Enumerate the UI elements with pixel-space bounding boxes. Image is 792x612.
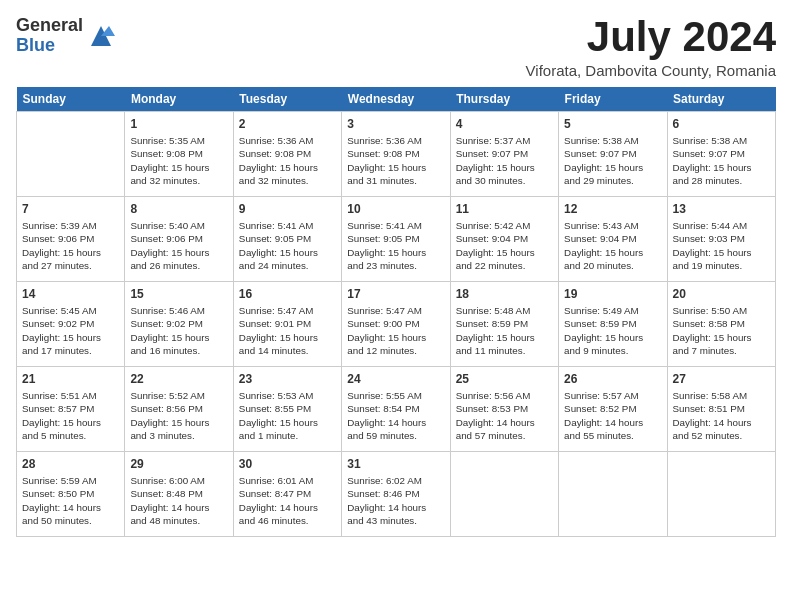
calendar-cell: 18Sunrise: 5:48 AM Sunset: 8:59 PM Dayli… xyxy=(450,282,558,367)
day-number: 22 xyxy=(130,371,227,387)
day-info: Sunrise: 5:38 AM Sunset: 9:07 PM Dayligh… xyxy=(673,134,770,187)
calendar-cell: 21Sunrise: 5:51 AM Sunset: 8:57 PM Dayli… xyxy=(17,367,125,452)
day-number: 19 xyxy=(564,286,661,302)
calendar-cell: 30Sunrise: 6:01 AM Sunset: 8:47 PM Dayli… xyxy=(233,452,341,537)
calendar-cell: 31Sunrise: 6:02 AM Sunset: 8:46 PM Dayli… xyxy=(342,452,450,537)
calendar-cell: 7Sunrise: 5:39 AM Sunset: 9:06 PM Daylig… xyxy=(17,197,125,282)
week-row-4: 21Sunrise: 5:51 AM Sunset: 8:57 PM Dayli… xyxy=(17,367,776,452)
title-block: July 2024 Viforata, Dambovita County, Ro… xyxy=(526,16,776,79)
day-number: 27 xyxy=(673,371,770,387)
day-number: 25 xyxy=(456,371,553,387)
day-number: 26 xyxy=(564,371,661,387)
day-info: Sunrise: 5:52 AM Sunset: 8:56 PM Dayligh… xyxy=(130,389,227,442)
calendar-cell: 29Sunrise: 6:00 AM Sunset: 8:48 PM Dayli… xyxy=(125,452,233,537)
day-info: Sunrise: 5:35 AM Sunset: 9:08 PM Dayligh… xyxy=(130,134,227,187)
day-number: 31 xyxy=(347,456,444,472)
day-number: 12 xyxy=(564,201,661,217)
calendar-cell: 22Sunrise: 5:52 AM Sunset: 8:56 PM Dayli… xyxy=(125,367,233,452)
day-number: 2 xyxy=(239,116,336,132)
calendar-cell: 10Sunrise: 5:41 AM Sunset: 9:05 PM Dayli… xyxy=(342,197,450,282)
calendar-table: SundayMondayTuesdayWednesdayThursdayFrid… xyxy=(16,87,776,537)
weekday-header-tuesday: Tuesday xyxy=(233,87,341,112)
day-info: Sunrise: 5:51 AM Sunset: 8:57 PM Dayligh… xyxy=(22,389,119,442)
calendar-cell: 1Sunrise: 5:35 AM Sunset: 9:08 PM Daylig… xyxy=(125,112,233,197)
weekday-header-row: SundayMondayTuesdayWednesdayThursdayFrid… xyxy=(17,87,776,112)
day-number: 1 xyxy=(130,116,227,132)
calendar-cell xyxy=(559,452,667,537)
calendar-cell: 23Sunrise: 5:53 AM Sunset: 8:55 PM Dayli… xyxy=(233,367,341,452)
day-number: 8 xyxy=(130,201,227,217)
day-info: Sunrise: 5:56 AM Sunset: 8:53 PM Dayligh… xyxy=(456,389,553,442)
calendar-cell: 16Sunrise: 5:47 AM Sunset: 9:01 PM Dayli… xyxy=(233,282,341,367)
week-row-5: 28Sunrise: 5:59 AM Sunset: 8:50 PM Dayli… xyxy=(17,452,776,537)
calendar-cell: 15Sunrise: 5:46 AM Sunset: 9:02 PM Dayli… xyxy=(125,282,233,367)
calendar-header: SundayMondayTuesdayWednesdayThursdayFrid… xyxy=(17,87,776,112)
day-info: Sunrise: 5:47 AM Sunset: 9:00 PM Dayligh… xyxy=(347,304,444,357)
day-number: 11 xyxy=(456,201,553,217)
day-number: 21 xyxy=(22,371,119,387)
calendar-cell: 12Sunrise: 5:43 AM Sunset: 9:04 PM Dayli… xyxy=(559,197,667,282)
day-info: Sunrise: 5:48 AM Sunset: 8:59 PM Dayligh… xyxy=(456,304,553,357)
day-info: Sunrise: 5:36 AM Sunset: 9:08 PM Dayligh… xyxy=(239,134,336,187)
day-number: 5 xyxy=(564,116,661,132)
calendar-cell: 3Sunrise: 5:36 AM Sunset: 9:08 PM Daylig… xyxy=(342,112,450,197)
calendar-cell: 11Sunrise: 5:42 AM Sunset: 9:04 PM Dayli… xyxy=(450,197,558,282)
calendar-cell: 26Sunrise: 5:57 AM Sunset: 8:52 PM Dayli… xyxy=(559,367,667,452)
day-number: 15 xyxy=(130,286,227,302)
calendar-cell xyxy=(450,452,558,537)
logo-blue: Blue xyxy=(16,36,83,56)
weekday-header-thursday: Thursday xyxy=(450,87,558,112)
day-number: 3 xyxy=(347,116,444,132)
calendar-cell xyxy=(17,112,125,197)
day-info: Sunrise: 5:41 AM Sunset: 9:05 PM Dayligh… xyxy=(347,219,444,272)
day-info: Sunrise: 5:58 AM Sunset: 8:51 PM Dayligh… xyxy=(673,389,770,442)
day-info: Sunrise: 5:50 AM Sunset: 8:58 PM Dayligh… xyxy=(673,304,770,357)
calendar-cell: 28Sunrise: 5:59 AM Sunset: 8:50 PM Dayli… xyxy=(17,452,125,537)
calendar-cell: 19Sunrise: 5:49 AM Sunset: 8:59 PM Dayli… xyxy=(559,282,667,367)
week-row-1: 1Sunrise: 5:35 AM Sunset: 9:08 PM Daylig… xyxy=(17,112,776,197)
month-title: July 2024 xyxy=(526,16,776,58)
day-number: 14 xyxy=(22,286,119,302)
day-info: Sunrise: 5:57 AM Sunset: 8:52 PM Dayligh… xyxy=(564,389,661,442)
week-row-3: 14Sunrise: 5:45 AM Sunset: 9:02 PM Dayli… xyxy=(17,282,776,367)
day-info: Sunrise: 6:00 AM Sunset: 8:48 PM Dayligh… xyxy=(130,474,227,527)
weekday-header-sunday: Sunday xyxy=(17,87,125,112)
calendar-cell: 8Sunrise: 5:40 AM Sunset: 9:06 PM Daylig… xyxy=(125,197,233,282)
weekday-header-saturday: Saturday xyxy=(667,87,775,112)
calendar-cell: 4Sunrise: 5:37 AM Sunset: 9:07 PM Daylig… xyxy=(450,112,558,197)
day-info: Sunrise: 5:59 AM Sunset: 8:50 PM Dayligh… xyxy=(22,474,119,527)
calendar-cell: 6Sunrise: 5:38 AM Sunset: 9:07 PM Daylig… xyxy=(667,112,775,197)
calendar-cell: 2Sunrise: 5:36 AM Sunset: 9:08 PM Daylig… xyxy=(233,112,341,197)
weekday-header-wednesday: Wednesday xyxy=(342,87,450,112)
calendar-cell: 20Sunrise: 5:50 AM Sunset: 8:58 PM Dayli… xyxy=(667,282,775,367)
day-info: Sunrise: 6:02 AM Sunset: 8:46 PM Dayligh… xyxy=(347,474,444,527)
page-header: General Blue July 2024 Viforata, Dambovi… xyxy=(16,16,776,79)
day-number: 24 xyxy=(347,371,444,387)
day-info: Sunrise: 5:44 AM Sunset: 9:03 PM Dayligh… xyxy=(673,219,770,272)
day-info: Sunrise: 5:55 AM Sunset: 8:54 PM Dayligh… xyxy=(347,389,444,442)
day-number: 29 xyxy=(130,456,227,472)
day-number: 9 xyxy=(239,201,336,217)
calendar-cell: 5Sunrise: 5:38 AM Sunset: 9:07 PM Daylig… xyxy=(559,112,667,197)
day-number: 30 xyxy=(239,456,336,472)
calendar-cell: 17Sunrise: 5:47 AM Sunset: 9:00 PM Dayli… xyxy=(342,282,450,367)
day-number: 10 xyxy=(347,201,444,217)
calendar-cell: 25Sunrise: 5:56 AM Sunset: 8:53 PM Dayli… xyxy=(450,367,558,452)
day-info: Sunrise: 5:40 AM Sunset: 9:06 PM Dayligh… xyxy=(130,219,227,272)
logo-icon xyxy=(87,22,115,50)
logo: General Blue xyxy=(16,16,115,56)
day-info: Sunrise: 5:53 AM Sunset: 8:55 PM Dayligh… xyxy=(239,389,336,442)
calendar-body: 1Sunrise: 5:35 AM Sunset: 9:08 PM Daylig… xyxy=(17,112,776,537)
day-number: 20 xyxy=(673,286,770,302)
day-info: Sunrise: 5:38 AM Sunset: 9:07 PM Dayligh… xyxy=(564,134,661,187)
calendar-cell: 27Sunrise: 5:58 AM Sunset: 8:51 PM Dayli… xyxy=(667,367,775,452)
day-number: 13 xyxy=(673,201,770,217)
subtitle: Viforata, Dambovita County, Romania xyxy=(526,62,776,79)
weekday-header-friday: Friday xyxy=(559,87,667,112)
weekday-header-monday: Monday xyxy=(125,87,233,112)
day-number: 17 xyxy=(347,286,444,302)
day-number: 28 xyxy=(22,456,119,472)
calendar-cell: 24Sunrise: 5:55 AM Sunset: 8:54 PM Dayli… xyxy=(342,367,450,452)
day-number: 18 xyxy=(456,286,553,302)
day-info: Sunrise: 6:01 AM Sunset: 8:47 PM Dayligh… xyxy=(239,474,336,527)
